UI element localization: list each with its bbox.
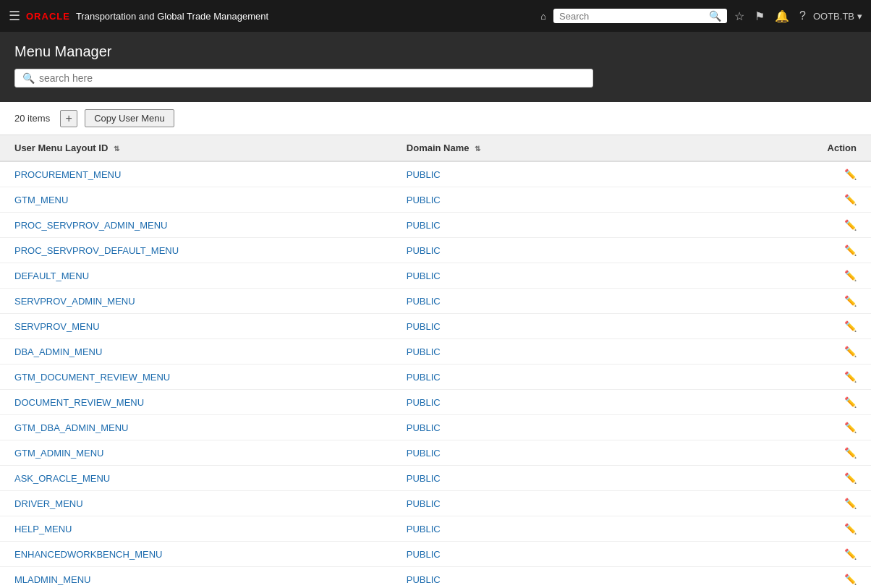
table-row: GTM_DBA_ADMIN_MENU PUBLIC ✏️: [0, 415, 871, 440]
table-row: SERVPROV_MENU PUBLIC ✏️: [0, 314, 871, 339]
bell-icon[interactable]: 🔔: [775, 9, 789, 23]
menu-id-link[interactable]: GTM_MENU: [14, 195, 68, 205]
edit-icon[interactable]: ✏️: [844, 295, 857, 307]
home-icon[interactable]: ⌂: [540, 11, 546, 22]
edit-icon[interactable]: ✏️: [844, 523, 857, 534]
global-search-bar: 🔍: [553, 9, 727, 23]
cell-domain: PUBLIC: [392, 466, 784, 491]
edit-icon[interactable]: ✏️: [844, 447, 857, 459]
menu-id-link[interactable]: ENHANCEDWORKBENCH_MENU: [14, 549, 162, 560]
edit-icon[interactable]: ✏️: [844, 270, 857, 281]
menu-id-link[interactable]: ASK_ORACLE_MENU: [14, 473, 110, 484]
menu-id-link[interactable]: DRIVER_MENU: [14, 498, 83, 509]
edit-icon[interactable]: ✏️: [844, 320, 857, 332]
edit-icon[interactable]: ✏️: [844, 169, 857, 180]
menu-table: User Menu Layout ID ⇅ Domain Name ⇅ Acti…: [0, 135, 871, 588]
edit-icon[interactable]: ✏️: [844, 219, 857, 231]
cell-id: HELP_MENU: [0, 516, 392, 542]
add-button[interactable]: +: [60, 110, 77, 127]
global-search-input[interactable]: [559, 11, 709, 22]
menu-id-link[interactable]: SERVPROV_MENU: [14, 321, 100, 332]
page-search-icon: 🔍: [22, 72, 35, 84]
cell-domain: PUBLIC: [392, 516, 784, 542]
cell-id: DBA_ADMIN_MENU: [0, 339, 392, 365]
table-row: HELP_MENU PUBLIC ✏️: [0, 516, 871, 542]
table-row: ASK_ORACLE_MENU PUBLIC ✏️: [0, 466, 871, 491]
menu-table-container: User Menu Layout ID ⇅ Domain Name ⇅ Acti…: [0, 135, 871, 588]
table-row: GTM_ADMIN_MENU PUBLIC ✏️: [0, 440, 871, 466]
edit-icon[interactable]: ✏️: [844, 498, 857, 509]
page-header: Menu Manager 🔍: [0, 32, 871, 102]
hamburger-icon[interactable]: ☰: [9, 8, 20, 24]
col-header-domain[interactable]: Domain Name ⇅: [392, 135, 784, 161]
nav-icon-group: ☆ ⚑ 🔔 ?: [734, 9, 806, 23]
menu-id-link[interactable]: MLADMIN_MENU: [14, 574, 90, 585]
edit-icon[interactable]: ✏️: [844, 194, 857, 205]
cell-action: ✏️: [784, 390, 871, 415]
cell-action: ✏️: [784, 440, 871, 466]
cell-action: ✏️: [784, 161, 871, 187]
table-row: ENHANCEDWORKBENCH_MENU PUBLIC ✏️: [0, 542, 871, 567]
edit-icon[interactable]: ✏️: [844, 422, 857, 433]
cell-action: ✏️: [784, 187, 871, 213]
cell-action: ✏️: [784, 415, 871, 440]
star-icon[interactable]: ☆: [734, 9, 744, 23]
help-icon[interactable]: ?: [799, 9, 806, 22]
brand-area: ☰ ORACLE Transportation and Global Trade…: [9, 8, 268, 24]
table-body: PROCUREMENT_MENU PUBLIC ✏️ GTM_MENU PUBL…: [0, 161, 871, 588]
menu-id-link[interactable]: PROC_SERVPROV_DEFAULT_MENU: [14, 245, 179, 256]
menu-id-link[interactable]: DOCUMENT_REVIEW_MENU: [14, 397, 144, 408]
table-row: DEFAULT_MENU PUBLIC ✏️: [0, 263, 871, 289]
table-row: SERVPROV_ADMIN_MENU PUBLIC ✏️: [0, 289, 871, 314]
cell-action: ✏️: [784, 491, 871, 516]
table-row: DRIVER_MENU PUBLIC ✏️: [0, 491, 871, 516]
edit-icon[interactable]: ✏️: [844, 472, 857, 484]
cell-id: ASK_ORACLE_MENU: [0, 466, 392, 491]
cell-action: ✏️: [784, 365, 871, 390]
cell-id: DRIVER_MENU: [0, 491, 392, 516]
sort-icon-id: ⇅: [114, 145, 119, 153]
cell-action: ✏️: [784, 567, 871, 589]
menu-id-link[interactable]: GTM_DOCUMENT_REVIEW_MENU: [14, 372, 170, 383]
menu-id-link[interactable]: PROC_SERVPROV_ADMIN_MENU: [14, 220, 167, 231]
oracle-logo: ORACLE: [26, 11, 70, 22]
edit-icon[interactable]: ✏️: [844, 574, 857, 585]
edit-icon[interactable]: ✏️: [844, 371, 857, 383]
cell-action: ✏️: [784, 516, 871, 542]
table-row: PROCUREMENT_MENU PUBLIC ✏️: [0, 161, 871, 187]
page-search-input[interactable]: [39, 72, 585, 84]
menu-id-link[interactable]: HELP_MENU: [14, 524, 72, 534]
col-header-action: Action: [784, 135, 871, 161]
col-header-id[interactable]: User Menu Layout ID ⇅: [0, 135, 392, 161]
menu-id-link[interactable]: PROCUREMENT_MENU: [14, 169, 121, 180]
cell-domain: PUBLIC: [392, 289, 784, 314]
cell-domain: PUBLIC: [392, 161, 784, 187]
cell-action: ✏️: [784, 289, 871, 314]
cell-domain: PUBLIC: [392, 238, 784, 263]
copy-user-menu-button[interactable]: Copy User Menu: [85, 109, 174, 127]
menu-id-link[interactable]: DBA_ADMIN_MENU: [14, 346, 102, 357]
flag-icon[interactable]: ⚑: [755, 9, 765, 23]
menu-id-link[interactable]: GTM_ADMIN_MENU: [14, 448, 104, 459]
menu-id-link[interactable]: GTM_DBA_ADMIN_MENU: [14, 422, 128, 433]
cell-action: ✏️: [784, 314, 871, 339]
edit-icon[interactable]: ✏️: [844, 396, 857, 408]
cell-id: PROC_SERVPROV_ADMIN_MENU: [0, 213, 392, 238]
toolbar: 20 items + Copy User Menu: [0, 102, 871, 135]
user-section[interactable]: OOTB.TB ▾: [813, 11, 862, 22]
items-count: 20 items: [14, 113, 50, 124]
table-row: MLADMIN_MENU PUBLIC ✏️: [0, 567, 871, 589]
edit-icon[interactable]: ✏️: [844, 346, 857, 357]
edit-icon[interactable]: ✏️: [844, 244, 857, 256]
cell-id: DOCUMENT_REVIEW_MENU: [0, 390, 392, 415]
cell-action: ✏️: [784, 263, 871, 289]
top-navigation: ☰ ORACLE Transportation and Global Trade…: [0, 0, 871, 32]
menu-id-link[interactable]: SERVPROV_ADMIN_MENU: [14, 296, 135, 307]
menu-id-link[interactable]: DEFAULT_MENU: [14, 270, 89, 281]
cell-action: ✏️: [784, 466, 871, 491]
cell-id: GTM_ADMIN_MENU: [0, 440, 392, 466]
user-label: OOTB.TB: [813, 11, 854, 22]
edit-icon[interactable]: ✏️: [844, 548, 857, 560]
search-icon: 🔍: [709, 10, 721, 22]
table-row: DBA_ADMIN_MENU PUBLIC ✏️: [0, 339, 871, 365]
